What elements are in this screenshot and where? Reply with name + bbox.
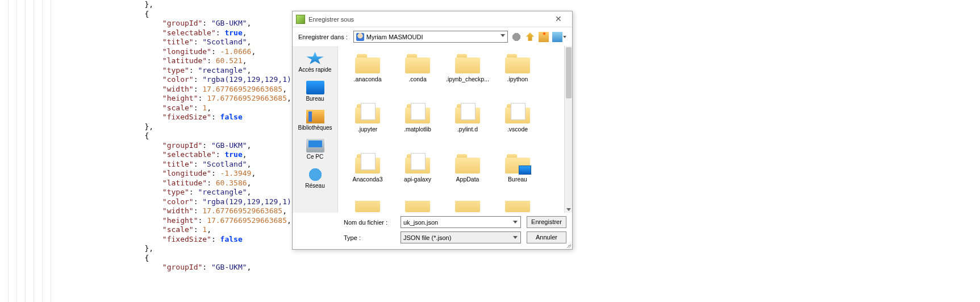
- folder-item[interactable]: [343, 201, 393, 213]
- folder-icon: [355, 54, 380, 73]
- folder-item[interactable]: [443, 201, 493, 213]
- folder-item[interactable]: .ipython: [493, 51, 543, 101]
- user-icon: [356, 33, 364, 41]
- folder-icon: [355, 154, 380, 173]
- filename-input[interactable]: uk_json.json: [401, 216, 521, 228]
- place-label: Réseau: [296, 183, 335, 189]
- place-item[interactable]: Bibliothèques: [295, 107, 336, 135]
- filename-label: Nom du fichier :: [344, 219, 395, 226]
- type-select[interactable]: JSON file (*.json): [401, 231, 521, 243]
- type-label: Type :: [344, 234, 395, 241]
- folder-label: AppData: [456, 176, 479, 183]
- folder-label: .jupyter: [358, 126, 377, 133]
- place-icon: [306, 81, 324, 94]
- dialog-titlebar[interactable]: Enregistrer sous ✕: [293, 11, 572, 27]
- place-item[interactable]: Accès rapide: [295, 49, 336, 77]
- folder-icon: [355, 201, 380, 212]
- views-icon: [552, 32, 562, 42]
- place-item[interactable]: Bureau: [295, 78, 336, 106]
- dialog-body: Accès rapide Bureau Bibliothèques Ce PC …: [293, 46, 572, 213]
- close-icon[interactable]: ✕: [548, 14, 569, 25]
- folder-icon: [455, 201, 480, 212]
- folder-icon: [455, 104, 480, 123]
- folder-label: Anaconda3: [352, 176, 382, 183]
- folder-label: .matplotlib: [404, 126, 431, 133]
- folder-item[interactable]: [493, 201, 543, 213]
- save-as-dialog: Enregistrer sous ✕ Enregistrer dans : My…: [292, 11, 573, 250]
- folder-item[interactable]: .pylint.d: [443, 101, 493, 151]
- new-folder-icon[interactable]: [539, 32, 549, 42]
- vertical-scrollbar[interactable]: [564, 46, 572, 213]
- folder-label: .anaconda: [353, 76, 381, 82]
- chevron-down-icon: [513, 221, 518, 224]
- folder-icon: [505, 201, 530, 212]
- folder-label: .ipynb_checkp...: [446, 76, 489, 82]
- folder-item[interactable]: AppData: [443, 151, 493, 201]
- code-text[interactable]: }, { "groupId": "GB-UKM", "selectable": …: [51, 0, 301, 302]
- folder-item[interactable]: [393, 201, 443, 213]
- save-in-label: Enregistrer dans :: [298, 34, 348, 40]
- folder-label: api-galaxy: [404, 176, 431, 183]
- chevron-down-icon: [513, 236, 518, 239]
- places-bar: Accès rapide Bureau Bibliothèques Ce PC …: [293, 46, 338, 213]
- up-one-level-icon[interactable]: [525, 32, 535, 42]
- folder-label: .vscode: [507, 126, 528, 133]
- back-icon[interactable]: [511, 32, 522, 42]
- folder-icon: [505, 104, 530, 123]
- place-item[interactable]: Réseau: [295, 166, 336, 193]
- chevron-down-icon: [563, 36, 566, 38]
- views-menu[interactable]: [552, 32, 566, 42]
- place-icon: [306, 52, 324, 65]
- place-icon: [306, 139, 324, 152]
- cancel-button[interactable]: Annuler: [527, 231, 566, 243]
- folder-item[interactable]: .jupyter: [343, 101, 393, 151]
- place-label: Bureau: [296, 96, 335, 102]
- folder-icon: [505, 54, 530, 73]
- dialog-footer: Nom du fichier : uk_json.json Enregistre…: [293, 213, 572, 249]
- place-item[interactable]: Ce PC: [295, 136, 336, 164]
- folder-item[interactable]: api-galaxy: [393, 151, 443, 201]
- place-label: Bibliothèques: [296, 125, 335, 131]
- folder-icon: [455, 54, 480, 73]
- folder-item[interactable]: Anaconda3: [343, 151, 393, 201]
- folder-icon: [405, 104, 430, 123]
- files-area: .anaconda .conda .ipynb_checkp... .ipyth…: [338, 46, 572, 213]
- filename-value: uk_json.json: [403, 219, 438, 226]
- folder-item[interactable]: Bureau: [493, 151, 543, 201]
- folder-icon: [455, 154, 480, 173]
- folder-label: Bureau: [508, 176, 527, 183]
- folder-item[interactable]: .ipynb_checkp...: [443, 51, 493, 101]
- folder-item[interactable]: .anaconda: [343, 51, 393, 101]
- type-value: JSON file (*.json): [403, 234, 451, 241]
- place-icon: [306, 110, 324, 123]
- folder-label: .ipython: [507, 76, 528, 82]
- save-button[interactable]: Enregistrer: [527, 216, 566, 228]
- folder-icon: [405, 201, 430, 212]
- folder-item[interactable]: .conda: [393, 51, 443, 101]
- folder-label: .conda: [408, 76, 427, 82]
- place-label: Ce PC: [296, 154, 335, 160]
- scroll-down-icon[interactable]: [566, 208, 571, 211]
- folder-icon: [505, 154, 530, 173]
- location-select[interactable]: Myriam MASMOUDI: [353, 31, 508, 43]
- folder-label: .pylint.d: [457, 126, 478, 133]
- resize-grip-icon[interactable]: [565, 242, 571, 248]
- place-label: Accès rapide: [296, 67, 335, 73]
- folder-icon: [355, 104, 380, 123]
- location-toolbar: Enregistrer dans : Myriam MASMOUDI: [293, 27, 572, 46]
- folder-item[interactable]: .matplotlib: [393, 101, 443, 151]
- app-icon: [296, 15, 305, 24]
- folder-item[interactable]: .vscode: [493, 101, 543, 151]
- code-gutter: [0, 0, 51, 302]
- place-icon: [306, 168, 324, 181]
- files-grid[interactable]: .anaconda .conda .ipynb_checkp... .ipyth…: [338, 46, 564, 213]
- chevron-down-icon: [501, 34, 505, 37]
- location-value: Myriam MASMOUDI: [366, 34, 423, 40]
- dialog-title: Enregistrer sous: [308, 16, 548, 23]
- scroll-thumb[interactable]: [566, 47, 572, 98]
- folder-icon: [405, 54, 430, 73]
- folder-icon: [405, 154, 430, 173]
